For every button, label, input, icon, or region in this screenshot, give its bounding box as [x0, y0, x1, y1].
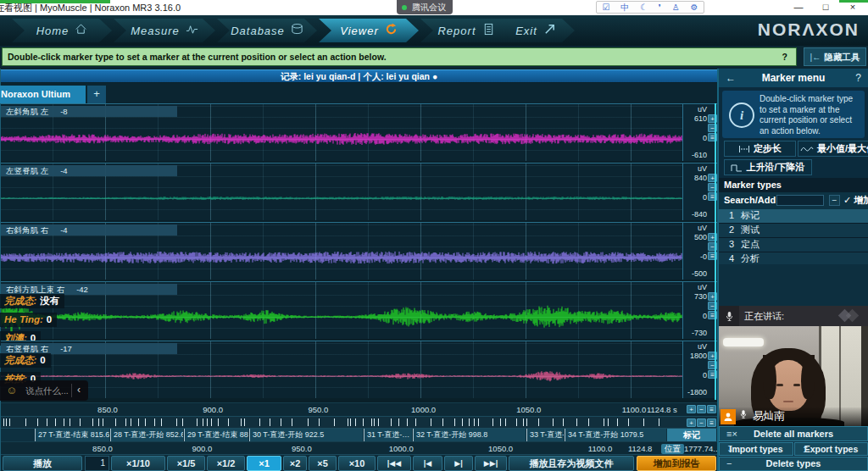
person-icon[interactable]: ♙ — [672, 2, 680, 13]
marker-tick — [604, 418, 604, 426]
remove-type-button[interactable]: − — [829, 195, 840, 206]
marker-type-row[interactable]: 2测试 — [719, 224, 868, 238]
marker-entry[interactable]: 34 T-直道-开始 1079.5 — [565, 429, 666, 442]
add-to-report-button[interactable]: 增加到报告 — [637, 456, 716, 471]
chat-collapse-icon[interactable]: ‹ — [77, 384, 81, 396]
scale-unit: uV — [698, 164, 707, 173]
marker-tick — [492, 418, 493, 426]
hide-tools-button[interactable]: |←隐藏工具 — [804, 47, 866, 66]
zoom-in-icon[interactable]: + — [687, 418, 696, 427]
marker-hint-text: Double-click marker type to set a marker… — [8, 52, 387, 62]
zoom-out-icon[interactable]: − — [697, 418, 706, 427]
search-add-input[interactable] — [776, 195, 824, 206]
tab-report[interactable]: Report — [420, 19, 512, 42]
gear-icon[interactable]: ⚙ — [691, 2, 698, 13]
time-tick-label: 850.0 — [84, 444, 121, 453]
time-tick-label: 1000.0 — [405, 405, 442, 414]
time-ruler-top[interactable]: 850.0900.0950.01000.01050.01100.01124.8 … — [1, 402, 718, 417]
tab-noraxon-ultium[interactable]: Noraxon Ultium — [0, 86, 86, 103]
marker-tick-track[interactable]: +−≡ — [1, 416, 718, 429]
step-forward-icon[interactable]: ▶| — [444, 456, 473, 471]
speed-button-2[interactable]: ×1/5 — [167, 456, 205, 471]
tencent-meeting-button[interactable]: 腾讯会议 — [397, 0, 453, 14]
marker-entry[interactable]: 29 T-直道-结束 889.4 — [184, 429, 248, 442]
marker-type-row[interactable]: 3定点 — [719, 238, 868, 252]
playback-cursor[interactable] — [715, 103, 716, 400]
tab-measure[interactable]: Measure — [114, 19, 215, 42]
speed-button-4[interactable]: ×1 — [247, 456, 281, 471]
fixed-step-button[interactable]: 定步长 — [724, 141, 796, 157]
marker-tick — [47, 418, 47, 426]
marker-entry[interactable]: 28 T-直道-开始 852.6 — [110, 429, 183, 442]
min-max-button[interactable]: 最小值/最大值 — [798, 141, 868, 157]
help-icon[interactable]: ? — [782, 48, 787, 65]
delete-all-markers-button[interactable]: ≡× Delete all markers — [719, 426, 868, 441]
marker-list-track[interactable]: 27 T-直道-结束 815.628 T-直道-开始 852.629 T-直道-… — [1, 428, 718, 442]
speed-button-6[interactable]: ×5 — [309, 456, 337, 471]
meeting-chat-overlay[interactable]: ☺ 说点什么... ‹ — [0, 380, 88, 401]
marker-tick — [98, 418, 99, 426]
back-arrow-icon[interactable]: ← — [726, 69, 736, 87]
skip-end-icon[interactable]: ▶▶| — [475, 456, 507, 471]
zoom-out-icon[interactable]: − — [697, 405, 706, 413]
lang-zh-icon[interactable]: 中 — [620, 2, 629, 13]
speed-button-5[interactable]: ×2 — [283, 456, 307, 471]
webcam-video[interactable]: 易灿南 — [719, 326, 868, 426]
import-types-button[interactable]: ↧ Import types — [719, 442, 793, 456]
scale-zero: -0 — [700, 252, 707, 261]
step-back-icon[interactable]: |◀ — [413, 456, 442, 471]
marker-tick — [154, 418, 155, 426]
marker-tick — [659, 418, 659, 426]
speed-button-3[interactable]: ×1/2 — [207, 456, 245, 471]
zoom-in-icon[interactable]: + — [687, 405, 696, 413]
maximize-icon[interactable]: □ — [812, 0, 839, 15]
minimize-icon[interactable]: — — [785, 0, 812, 15]
marker-entry[interactable]: 32 T-直道-开始 998.8 — [413, 429, 526, 442]
export-types-button[interactable]: ↥ Export types — [794, 442, 868, 456]
marker-type-row[interactable]: 1标记 — [719, 209, 868, 224]
close-icon[interactable]: × — [839, 0, 866, 15]
menu-icon[interactable]: ≡ — [707, 418, 716, 427]
channel-label: 左竖脊肌 左-4 — [1, 165, 177, 176]
measure-icon — [186, 23, 198, 38]
tab-label-measure: Measure — [131, 25, 180, 37]
channel-name: 右竖脊肌 右 — [6, 344, 48, 353]
marker-tick — [576, 418, 577, 426]
emoji-icon[interactable]: ☺ — [6, 384, 17, 396]
menu-icon[interactable]: ≡ — [707, 405, 716, 413]
tab-home[interactable]: Home — [12, 19, 112, 42]
panel-help-icon[interactable]: ? — [855, 69, 861, 87]
speed-button-1[interactable]: ×1/10 — [111, 456, 165, 471]
marker-entry[interactable]: 33 T-直道-… — [526, 429, 564, 442]
skip-start-icon[interactable]: |◀◀ — [377, 456, 411, 471]
device-tab-bar: Noraxon Ultium + — [1, 83, 717, 103]
edge-button[interactable]: 上升沿/下降沿 — [724, 159, 812, 175]
play-button[interactable]: 播放 — [3, 456, 82, 471]
chat-placeholder[interactable]: 说点什么... — [25, 385, 69, 397]
punctuation-icon[interactable]: ❜ — [659, 2, 661, 13]
amplitude-scale: uV500-0-500+−≡ — [682, 223, 718, 280]
marker-entry[interactable]: 27 T-直道-结束 815.6 — [35, 429, 109, 442]
tab-viewer[interactable]: Viewer — [319, 19, 419, 42]
channel-offset: -8 — [60, 107, 67, 116]
moon-icon[interactable]: ☾ — [640, 2, 648, 13]
marker-tick — [643, 418, 644, 426]
tab-database[interactable]: Database — [217, 19, 317, 42]
marker-entry[interactable]: 30 T-直道-开始 922.5 — [249, 429, 363, 442]
marker-tick — [617, 418, 618, 426]
marker-entry[interactable]: 31 T-直道-… — [364, 429, 412, 442]
speed-button-7[interactable]: ×10 — [338, 456, 376, 471]
marker-tick — [462, 418, 463, 426]
record-header: 记录: lei yu qian-d | 个人: lei yu qian ● — [1, 69, 717, 82]
time-ruler-bottom[interactable]: 850.0900.0950.01000.01050.01100.01124.8位… — [1, 441, 718, 455]
save-video-button[interactable]: 播放且存为视频文件 — [509, 456, 634, 471]
edit-mode-icon[interactable]: ☑ — [602, 2, 609, 13]
delete-types-button[interactable]: − Delete types — [719, 457, 868, 471]
ime-toolbar[interactable]: ☑中☾❜♙⚙ — [596, 1, 704, 14]
import-types-label: Import types — [729, 444, 782, 454]
add-tab-button[interactable]: + — [87, 86, 106, 103]
marker-track-label[interactable]: 标记 — [667, 429, 716, 442]
scale-min: -610 — [692, 151, 707, 159]
scale-max: 610 — [694, 114, 707, 123]
add-type-button[interactable]: ✓增加 — [843, 194, 868, 207]
